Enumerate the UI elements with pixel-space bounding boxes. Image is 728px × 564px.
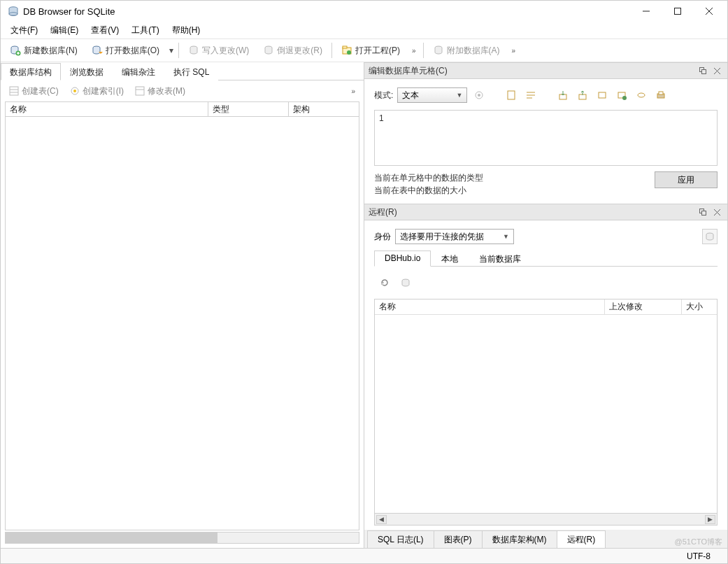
remote-title: 远程(R) — [369, 206, 397, 218]
structure-table-body[interactable] — [5, 117, 359, 530]
right-panel: 编辑数据库单元格(C) 模式: 文本 ▼ — [364, 62, 727, 548]
remote-tab-local[interactable]: 本地 — [431, 251, 469, 267]
window-title: DB Browser for SQLite — [23, 6, 115, 17]
create-table-button[interactable]: 创建表(C) — [5, 84, 63, 99]
remote-body: 身份 选择要用于连接的凭据 ▼ DBHub.io 本地 当前数据库 名称 — [364, 220, 727, 530]
modify-table-button[interactable]: 修改表(M) — [131, 84, 190, 99]
tab-structure[interactable]: 数据库结构 — [1, 63, 61, 80]
remote-hscrollbar[interactable]: ◀ ▶ — [375, 513, 717, 525]
menu-edit[interactable]: 编辑(E) — [45, 23, 84, 38]
tab-execute-sql[interactable]: 执行 SQL — [164, 63, 218, 80]
new-database-button[interactable]: 新建数据库(N) — [3, 41, 84, 59]
menu-view[interactable]: 查看(V) — [85, 23, 124, 38]
autowrap-icon[interactable] — [634, 87, 649, 103]
remote-tab-dbhub[interactable]: DBHub.io — [374, 251, 431, 267]
svg-point-38 — [622, 96, 627, 100]
export-icon[interactable] — [575, 87, 590, 103]
edit-cell-close-icon[interactable] — [711, 64, 723, 77]
new-database-label: 新建数据库(N) — [24, 45, 78, 57]
remote-col-size[interactable]: 大小 — [682, 299, 717, 314]
mode-select[interactable]: 文本 ▼ — [397, 87, 467, 103]
close-button[interactable] — [693, 1, 725, 21]
maximize-button[interactable] — [662, 1, 693, 21]
mode-select-value: 文本 — [402, 90, 419, 101]
svg-rect-17 — [10, 87, 18, 95]
refresh-icon[interactable] — [377, 275, 392, 290]
toolbar-overflow-1[interactable]: » — [408, 47, 420, 55]
write-changes-label: 写入更改(W) — [202, 45, 249, 57]
svg-point-15 — [347, 50, 351, 55]
structure-toolbar: 创建表(C) 创建索引(I) 修改表(M) » — [1, 80, 364, 101]
remote-table: 名称 上次修改 大小 ◀ ▶ — [374, 299, 718, 526]
open-project-label: 打开工程(P) — [355, 45, 400, 57]
attach-database-button[interactable]: 附加数据库(A) — [427, 41, 506, 59]
push-db-icon[interactable] — [398, 275, 413, 290]
svg-rect-22 — [136, 87, 144, 95]
bottom-tab-sql-log[interactable]: SQL 日志(L) — [367, 530, 434, 548]
structure-toolbar-overflow[interactable]: » — [347, 87, 359, 95]
text-icon[interactable] — [523, 87, 538, 103]
svg-rect-35 — [579, 94, 586, 99]
structure-hscrollbar[interactable] — [5, 532, 359, 544]
menu-tools[interactable]: 工具(T) — [126, 23, 164, 38]
watermark: @51CTO博客 — [675, 537, 722, 547]
structure-table-header: 名称 类型 架构 — [5, 101, 359, 117]
remote-tabs: DBHub.io 本地 当前数据库 — [374, 250, 718, 267]
remote-col-name[interactable]: 名称 — [375, 299, 605, 314]
create-index-label: 创建索引(I) — [83, 85, 124, 97]
main-toolbar: 新建数据库(N) 打开数据库(O) ▾ 写入更改(W) 倒退更改(R) 打开工程… — [1, 38, 727, 62]
cell-info-text: 当前在单元格中的数据的类型 当前在表中的数据的大小 — [374, 171, 483, 197]
page-icon[interactable] — [504, 87, 519, 103]
open-external-icon[interactable] — [614, 87, 629, 103]
remote-float-icon[interactable] — [697, 206, 709, 218]
col-schema[interactable]: 架构 — [289, 102, 359, 116]
minimize-button[interactable] — [630, 1, 662, 21]
menu-file[interactable]: 文件(F) — [5, 23, 43, 38]
gear-icon[interactable] — [471, 87, 487, 103]
scroll-left-icon[interactable]: ◀ — [376, 515, 387, 524]
edit-cell-title: 编辑数据库单元格(C) — [369, 65, 448, 77]
svg-rect-3 — [674, 8, 680, 15]
tab-browse-data[interactable]: 浏览数据 — [61, 63, 113, 80]
null-icon[interactable] — [594, 87, 610, 103]
scroll-right-icon[interactable]: ▶ — [705, 515, 715, 524]
bottom-tab-remote[interactable]: 远程(R) — [557, 530, 606, 548]
open-database-button[interactable]: 打开数据库(O) — [85, 41, 166, 59]
remote-close-icon[interactable] — [711, 206, 723, 218]
remote-table-body[interactable] — [375, 315, 717, 513]
import-icon[interactable] — [555, 87, 571, 103]
bottom-tab-schema[interactable]: 数据库架构(M) — [482, 530, 557, 548]
svg-point-39 — [638, 93, 645, 97]
left-panel: 数据库结构 浏览数据 编辑杂注 执行 SQL 创建表(C) 创建索引(I) 修改… — [1, 62, 364, 548]
remote-tab-current[interactable]: 当前数据库 — [469, 251, 531, 267]
menu-help[interactable]: 帮助(H) — [166, 23, 206, 38]
col-name[interactable]: 名称 — [6, 102, 208, 116]
svg-rect-36 — [599, 92, 606, 98]
open-database-dropdown[interactable]: ▾ — [167, 41, 176, 59]
open-project-button[interactable]: 打开工程(P) — [335, 41, 406, 59]
tab-edit-pragmas[interactable]: 编辑杂注 — [113, 63, 164, 80]
menu-bar: 文件(F) 编辑(E) 查看(V) 工具(T) 帮助(H) — [1, 22, 727, 38]
svg-rect-43 — [702, 211, 706, 216]
create-table-label: 创建表(C) — [22, 85, 59, 97]
print-icon[interactable] — [653, 87, 669, 103]
create-index-button[interactable]: 创建索引(I) — [66, 84, 128, 99]
cell-content-textarea[interactable]: 1 — [374, 110, 718, 166]
open-database-label: 打开数据库(O) — [106, 45, 159, 57]
revert-changes-label: 倒退更改(R) — [277, 45, 322, 57]
identity-settings-icon[interactable] — [702, 229, 718, 244]
edit-cell-float-icon[interactable] — [697, 64, 709, 77]
svg-rect-41 — [659, 92, 663, 94]
remote-col-modified[interactable]: 上次修改 — [605, 299, 682, 314]
modify-table-label: 修改表(M) — [148, 85, 185, 97]
col-type[interactable]: 类型 — [208, 102, 289, 116]
identity-select[interactable]: 选择要用于连接的凭据 ▼ — [395, 229, 514, 244]
apply-button[interactable]: 应用 — [655, 171, 718, 188]
revert-changes-button[interactable]: 倒退更改(R) — [257, 41, 329, 59]
bottom-tab-chart[interactable]: 图表(P) — [434, 530, 483, 548]
status-encoding: UTF-8 — [687, 551, 711, 561]
write-changes-button[interactable]: 写入更改(W) — [182, 41, 255, 59]
toolbar-overflow-2[interactable]: » — [508, 47, 520, 55]
svg-rect-14 — [343, 46, 347, 48]
svg-point-21 — [73, 90, 76, 92]
